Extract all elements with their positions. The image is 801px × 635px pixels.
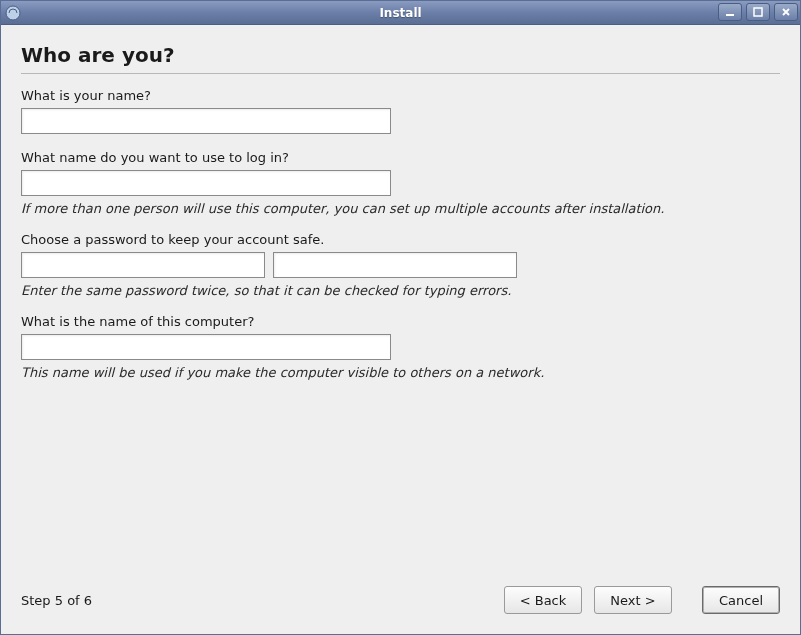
titlebar[interactable]: Install (1, 1, 800, 25)
install-window: Install Who are you? What is your name? … (0, 0, 801, 635)
password-field-group: Choose a password to keep your account s… (21, 232, 780, 298)
login-field-group: What name do you want to use to log in? … (21, 150, 780, 216)
svg-point-0 (6, 6, 20, 20)
name-label: What is your name? (21, 88, 780, 103)
login-label: What name do you want to use to log in? (21, 150, 780, 165)
hostname-input[interactable] (21, 334, 391, 360)
minimize-button[interactable] (718, 3, 742, 21)
login-hint: If more than one person will use this co… (21, 201, 780, 216)
name-input[interactable] (21, 108, 391, 134)
hostname-hint: This name will be used if you make the c… (21, 365, 780, 380)
hostname-label: What is the name of this computer? (21, 314, 780, 329)
footer: Step 5 of 6 < Back Next > Cancel (21, 576, 780, 624)
close-button[interactable] (774, 3, 798, 21)
divider (21, 73, 780, 74)
svg-rect-2 (754, 8, 762, 16)
footer-buttons: < Back Next > Cancel (504, 586, 780, 614)
login-input[interactable] (21, 170, 391, 196)
content-area: Who are you? What is your name? What nam… (1, 25, 800, 634)
maximize-button[interactable] (746, 3, 770, 21)
window-controls (718, 3, 798, 21)
password-inputs-row (21, 252, 780, 278)
back-button[interactable]: < Back (504, 586, 582, 614)
window-title: Install (379, 6, 421, 20)
cancel-button[interactable]: Cancel (702, 586, 780, 614)
svg-rect-1 (726, 14, 734, 16)
password-hint: Enter the same password twice, so that i… (21, 283, 780, 298)
app-icon (5, 5, 21, 21)
step-label: Step 5 of 6 (21, 593, 92, 608)
password-confirm-input[interactable] (273, 252, 517, 278)
password-input[interactable] (21, 252, 265, 278)
next-button[interactable]: Next > (594, 586, 672, 614)
name-field-group: What is your name? (21, 88, 780, 134)
page-title: Who are you? (21, 43, 780, 67)
hostname-field-group: What is the name of this computer? This … (21, 314, 780, 380)
password-label: Choose a password to keep your account s… (21, 232, 780, 247)
